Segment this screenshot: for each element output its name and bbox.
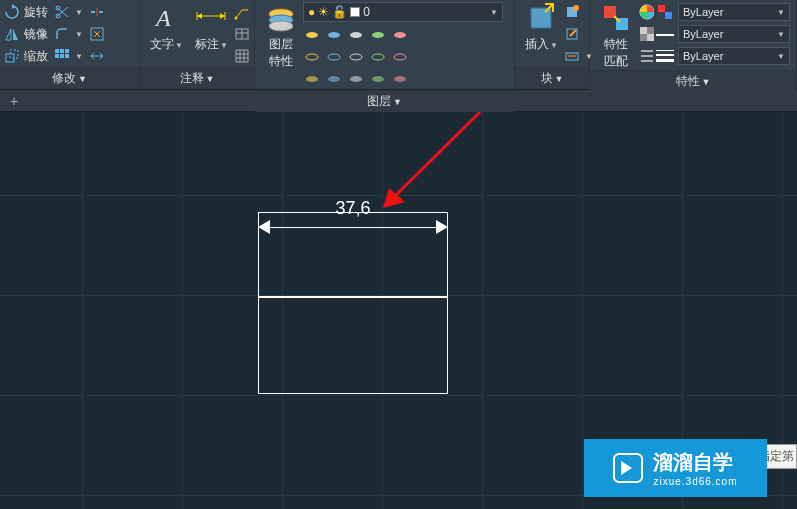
svg-point-25 [350, 54, 362, 60]
table-icon [234, 26, 250, 42]
dropdown-icon: ▼ [490, 8, 498, 17]
color-swatch-icon [656, 3, 674, 21]
rectangle-top [258, 212, 448, 297]
svg-point-32 [394, 76, 406, 82]
svg-point-12 [234, 17, 237, 20]
insert-button[interactable]: 插入▼ [519, 2, 564, 53]
mirror-button[interactable]: 镜像 [4, 24, 48, 44]
new-tab-button[interactable]: + [6, 93, 22, 109]
svg-rect-6 [65, 49, 69, 53]
match-props-button[interactable]: 特性 匹配 [594, 2, 638, 70]
table-button[interactable] [234, 24, 250, 44]
svg-point-27 [394, 54, 406, 60]
panel-properties: 特性 匹配 ByLayer▼ ByLayer▼ [590, 0, 797, 89]
svg-point-30 [350, 76, 362, 82]
svg-text:A: A [154, 5, 171, 31]
watermark-url: zixue.3d66.com [653, 476, 737, 487]
edit-attr-icon [564, 48, 580, 64]
layer-tool[interactable] [347, 26, 365, 44]
modify-tool-2[interactable] [89, 24, 105, 44]
svg-point-28 [306, 76, 318, 82]
watermark: 溜溜自学 zixue.3d66.com [584, 439, 767, 497]
lightbulb-icon: ● [308, 5, 315, 19]
svg-point-23 [306, 54, 318, 60]
color-swatch [350, 7, 360, 17]
create-block-button[interactable] [564, 2, 593, 22]
layer-properties-icon [265, 2, 297, 34]
panel-title-properties[interactable]: 特性▼ [590, 70, 796, 92]
stretch-icon [89, 48, 105, 64]
lineweight-select[interactable]: ByLayer▼ [678, 47, 790, 65]
svg-line-44 [393, 112, 480, 198]
layer-tool[interactable] [303, 48, 321, 66]
trim-icon [54, 4, 70, 20]
linetype-select[interactable]: ByLayer▼ [678, 25, 790, 43]
rotate-button[interactable]: 旋转 [4, 2, 48, 22]
svg-rect-9 [65, 54, 69, 58]
svg-point-24 [328, 54, 340, 60]
transparency-button[interactable] [638, 24, 654, 44]
layer-tool[interactable] [325, 70, 343, 88]
layer-tool[interactable] [369, 26, 387, 44]
trim-button[interactable]: ▼ [54, 2, 83, 22]
edit-attr-button[interactable]: ▼ [564, 46, 593, 66]
panel-layer: 图层 特性 ● ☀ 🔓 0 ▼ [255, 0, 515, 89]
layer-tool[interactable] [303, 26, 321, 44]
leader-button[interactable] [234, 2, 250, 22]
svg-rect-4 [55, 49, 59, 53]
panel-title-modify[interactable]: 修改▼ [0, 67, 139, 89]
drawing-canvas[interactable]: 37,6 或指定第 溜溜自学 zixue.3d66.com [0, 112, 797, 509]
svg-rect-33 [531, 8, 551, 28]
list-button[interactable] [638, 46, 654, 66]
rotate-icon [4, 4, 20, 20]
layer-tool[interactable] [391, 70, 409, 88]
layer-tool[interactable] [391, 26, 409, 44]
layer-name: 0 [363, 5, 370, 19]
modify-tool-1[interactable] [89, 2, 105, 22]
svg-point-29 [328, 76, 340, 82]
color-select[interactable]: ByLayer▼ [678, 3, 790, 21]
dimension-icon [195, 2, 227, 34]
layer-tool[interactable] [391, 48, 409, 66]
layer-tool[interactable] [347, 48, 365, 66]
transparency-icon [638, 26, 654, 42]
layer-properties-button[interactable]: 图层 特性 [259, 2, 303, 70]
grid-icon [234, 48, 250, 64]
array-button[interactable]: ▼ [54, 46, 83, 66]
svg-point-35 [573, 5, 579, 11]
panel-title-annotate[interactable]: 注释▼ [140, 67, 254, 89]
modify-tool-3[interactable] [89, 46, 105, 66]
layer-tool[interactable] [325, 26, 343, 44]
dimension-button[interactable]: 标注▼ [189, 2, 234, 53]
dropdown-icon: ▼ [75, 8, 83, 17]
watermark-title: 溜溜自学 [653, 449, 737, 476]
svg-rect-7 [55, 54, 59, 58]
color-wheel-button[interactable] [638, 2, 654, 22]
sun-icon: ☀ [318, 5, 329, 19]
scale-button[interactable]: 缩放 [4, 46, 48, 66]
edit-block-icon [564, 26, 580, 42]
panel-block: 插入▼ ▼ 块▼ [515, 0, 590, 89]
play-icon [613, 453, 643, 483]
panel-title-layer[interactable]: 图层▼ [255, 90, 514, 112]
svg-point-18 [306, 32, 318, 38]
layer-selector[interactable]: ● ☀ 🔓 0 ▼ [303, 2, 503, 22]
linetype-icon [656, 25, 674, 43]
dropdown-icon: ▼ [75, 52, 83, 61]
edit-block-button[interactable] [564, 24, 593, 44]
text-button[interactable]: A 文字▼ [144, 2, 189, 53]
layer-tool[interactable] [303, 70, 321, 88]
layer-tool[interactable] [369, 48, 387, 66]
table2-button[interactable] [234, 46, 250, 66]
svg-point-20 [350, 32, 362, 38]
layer-tool[interactable] [347, 70, 365, 88]
svg-point-31 [372, 76, 384, 82]
layer-tool[interactable] [369, 70, 387, 88]
layer-tools-grid [303, 26, 503, 90]
lock-icon: 🔓 [332, 5, 347, 19]
panel-title-block[interactable]: 块▼ [515, 67, 589, 89]
layer-tool[interactable] [325, 48, 343, 66]
svg-point-26 [372, 54, 384, 60]
fillet-button[interactable]: ▼ [54, 24, 83, 44]
panel-annotate: A 文字▼ 标注▼ 注释▼ [140, 0, 255, 89]
